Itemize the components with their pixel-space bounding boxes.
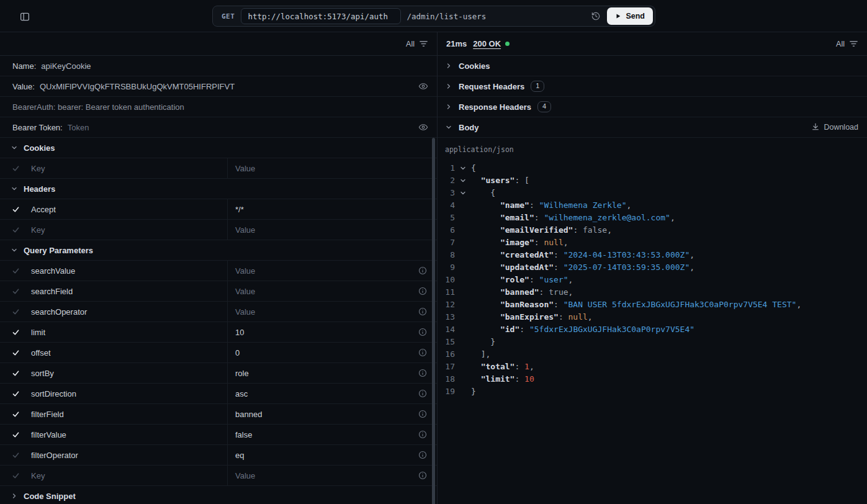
param-key-input[interactable]: limit: [31, 322, 227, 342]
url-base-input[interactable]: http://localhost:5173/api/auth: [241, 8, 401, 24]
param-value-input[interactable]: banned: [227, 404, 408, 424]
request-filter-all[interactable]: All: [406, 40, 415, 48]
topbar: GET http://localhost:5173/api/auth /admi…: [0, 0, 867, 32]
line-number: 12: [445, 299, 455, 311]
auth-field-label: Value:: [12, 82, 35, 91]
line-number: 2: [445, 174, 455, 187]
checkbox[interactable]: [0, 466, 31, 485]
json-line: 12 "banReason": "BAN USER 5fdxrExJBGxUGJ…: [445, 299, 867, 311]
param-key-input[interactable]: filterValue: [31, 425, 227, 444]
eye-icon[interactable]: [418, 122, 428, 132]
param-key-input[interactable]: searchOperator: [31, 302, 227, 322]
json-code: "users": [: [471, 174, 529, 187]
history-icon[interactable]: [591, 11, 601, 21]
response-section-body[interactable]: BodyDownload: [438, 117, 867, 138]
param-key-input[interactable]: sortBy: [31, 363, 227, 383]
param-row: sortByrole: [0, 363, 437, 384]
checkbox[interactable]: [0, 322, 31, 342]
auth-field-value[interactable]: apiKeyCookie: [41, 61, 91, 71]
param-value-input[interactable]: Value: [227, 281, 408, 301]
param-key-input[interactable]: filterOperator: [31, 445, 227, 465]
checkbox[interactable]: [0, 384, 31, 403]
line-number: 11: [445, 286, 455, 299]
section-header-query-parameters[interactable]: Query Parameters: [0, 240, 437, 261]
fold-toggle-icon[interactable]: [455, 162, 471, 174]
response-section-request-headers[interactable]: Request Headers1: [438, 76, 867, 97]
section-title: Query Parameters: [24, 246, 93, 255]
param-value-input[interactable]: Value: [227, 158, 437, 178]
eye-icon[interactable]: [418, 81, 428, 91]
fold-spacer: [455, 249, 471, 261]
param-value-input[interactable]: 10: [227, 322, 408, 342]
chevron-right-icon: [445, 103, 452, 110]
checkbox[interactable]: [0, 445, 31, 465]
param-value-input[interactable]: asc: [227, 384, 408, 403]
param-key-input[interactable]: Key: [31, 466, 227, 485]
fold-toggle-icon[interactable]: [455, 187, 471, 199]
section-header-code-snippet[interactable]: Code Snippet: [0, 486, 437, 504]
param-key-input[interactable]: offset: [31, 343, 227, 362]
checkbox[interactable]: [0, 199, 31, 219]
param-key-input[interactable]: filterField: [31, 404, 227, 424]
checkbox[interactable]: [0, 343, 31, 362]
param-value-input[interactable]: Value: [227, 302, 408, 322]
auth-field-value[interactable]: QUxMIFlPVVIgQkFTRSBBUkUgQkVMT05HIFRPIFVT: [40, 82, 235, 91]
param-value-input[interactable]: Value: [227, 466, 408, 485]
line-number: 14: [445, 323, 455, 336]
param-value-input[interactable]: Value: [227, 220, 437, 240]
fold-spacer: [455, 361, 471, 373]
url-path-input[interactable]: /admin/list-users: [407, 12, 486, 21]
checkbox[interactable]: [0, 158, 31, 178]
param-value-input[interactable]: role: [227, 363, 408, 383]
auth-field-value[interactable]: Token: [68, 123, 89, 132]
json-code: "banReason": "BAN USER 5fdxrExJBGxUGJFHa…: [471, 299, 801, 311]
checkbox[interactable]: [0, 363, 31, 383]
checkbox[interactable]: [0, 261, 31, 281]
section-header-cookies[interactable]: Cookies: [0, 138, 437, 158]
json-line: 5 "email": "wilhemena_zerkle@aol.com",: [445, 212, 867, 224]
param-key-input[interactable]: Key: [31, 158, 227, 178]
filter-icon[interactable]: [849, 39, 858, 48]
response-panel: 21ms 200 OK All CookiesRequest Headers1R…: [438, 32, 867, 504]
request-sections: CookiesKeyValueHeadersAccept*/*KeyValueQ…: [0, 138, 437, 504]
param-value-input[interactable]: 0: [227, 343, 408, 362]
fold-spacer: [455, 385, 471, 398]
param-key-input[interactable]: searchValue: [31, 261, 227, 281]
download-button[interactable]: Download: [811, 122, 858, 133]
section-title: Code Snippet: [24, 492, 76, 501]
filter-icon[interactable]: [419, 39, 428, 48]
response-filter-all[interactable]: All: [836, 40, 845, 48]
response-section-response-headers[interactable]: Response Headers4: [438, 97, 867, 117]
json-code: "emailVerified": false,: [471, 224, 612, 236]
http-method-selector[interactable]: GET: [213, 12, 241, 20]
section-header-headers[interactable]: Headers: [0, 179, 437, 199]
param-key-input[interactable]: searchField: [31, 281, 227, 301]
main-area: All Name:apiKeyCookieValue:QUxMIFlPVVIgQ…: [0, 32, 867, 504]
param-key-input[interactable]: Key: [31, 220, 227, 240]
checkbox[interactable]: [0, 220, 31, 240]
param-value-input[interactable]: */*: [227, 199, 437, 219]
param-value-input[interactable]: eq: [227, 445, 408, 465]
param-key-input[interactable]: sortDirection: [31, 384, 227, 403]
fold-toggle-icon[interactable]: [455, 174, 471, 187]
json-line: 17 "total": 1,: [445, 361, 867, 373]
sidebar-toggle-button[interactable]: [16, 8, 34, 25]
send-button[interactable]: Send: [607, 7, 653, 25]
response-section-cookies[interactable]: Cookies: [438, 56, 867, 76]
json-code: "name": "Wilhemena Zerkle",: [471, 199, 631, 212]
json-line: 10 "role": "user",: [445, 274, 867, 286]
count-badge: 1: [531, 81, 544, 92]
param-value-input[interactable]: false: [227, 425, 408, 444]
param-key-input[interactable]: Accept: [31, 199, 227, 219]
scrollbar[interactable]: [432, 138, 435, 504]
json-code: "limit": 10: [471, 373, 534, 385]
json-code: {: [471, 187, 495, 199]
checkbox[interactable]: [0, 425, 31, 444]
app-window: GET http://localhost:5173/api/auth /admi…: [0, 0, 867, 504]
fold-spacer: [455, 373, 471, 385]
checkbox[interactable]: [0, 404, 31, 424]
json-line: 4 "name": "Wilhemena Zerkle",: [445, 199, 867, 212]
checkbox[interactable]: [0, 302, 31, 322]
checkbox[interactable]: [0, 281, 31, 301]
param-value-input[interactable]: Value: [227, 261, 408, 281]
